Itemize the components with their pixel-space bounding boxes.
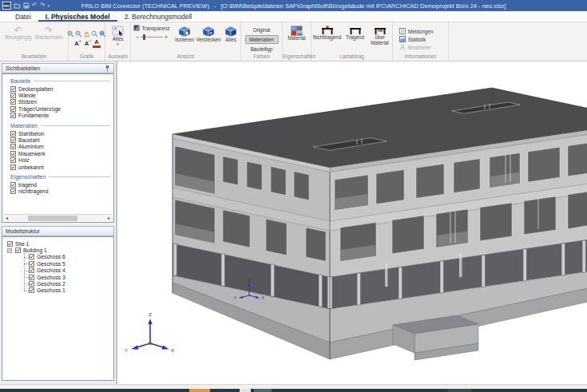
font-decrease-icon[interactable]: A− xyxy=(83,40,90,47)
checkbox-checked-icon[interactable] xyxy=(10,157,16,163)
taskbar-app-segment[interactable] xyxy=(254,389,272,392)
tree-item-floor[interactable]: Geschoss 3 xyxy=(2,274,113,280)
scrollbar-track[interactable] xyxy=(10,216,105,221)
title-bar: FRC ↶ ↷ ▾ FRILO BIM Connector (TECHNICAL… xyxy=(0,0,587,11)
font-increase-icon[interactable]: A+ xyxy=(73,40,80,47)
checkbox-checked-icon[interactable] xyxy=(10,99,16,105)
color-bauteiltyp-button[interactable]: Bauteiltyp xyxy=(245,45,279,53)
tree-item-site[interactable]: Site 1 xyxy=(2,240,113,247)
tree-item-building[interactable]: Building 1 xyxy=(2,247,113,253)
redo-label: Wiederholen xyxy=(34,35,62,41)
checkbox-checked-icon[interactable] xyxy=(10,137,16,143)
slider-plus-icon[interactable]: + xyxy=(165,34,168,40)
tree-item-floor[interactable]: Geschoss 6 xyxy=(2,254,113,260)
checkbox-checked-icon[interactable] xyxy=(29,281,34,287)
meldungen-button[interactable]: Meldungen xyxy=(399,28,433,34)
checkbox-checked-icon[interactable] xyxy=(29,275,34,280)
tragend-button[interactable]: Tragend xyxy=(344,25,367,53)
zoom-in-icon[interactable] xyxy=(67,30,74,38)
section-materialien: Materialien xyxy=(10,123,110,129)
font-color-icon[interactable]: A xyxy=(93,39,100,48)
visibility-item[interactable]: Holz xyxy=(2,157,113,164)
zoom-window-icon[interactable] xyxy=(91,30,98,38)
checkbox-checked-icon[interactable] xyxy=(10,164,16,170)
modellstruktur-title: Modellstruktur xyxy=(6,228,40,234)
checkbox-checked-icon[interactable] xyxy=(10,86,16,92)
tab-datei[interactable]: Datei xyxy=(8,11,38,22)
tree-item-floor[interactable]: Geschoss 5 xyxy=(2,260,113,267)
collapse-icon[interactable] xyxy=(7,248,12,253)
view-axes-indicator: Z X Y xyxy=(125,312,174,353)
show-all-button[interactable]: Alles xyxy=(221,25,240,53)
zoom-out-icon[interactable] xyxy=(75,30,82,38)
bearbeiter-button[interactable]: Bearbeiter xyxy=(399,44,431,50)
model-viewport[interactable]: Z X Y Z X Y xyxy=(117,61,587,384)
tree-connector xyxy=(24,291,29,291)
hide-button[interactable]: Verstecken xyxy=(196,25,220,53)
visibility-item[interactable]: tragend xyxy=(2,181,113,188)
group-label: Ansicht xyxy=(131,53,240,61)
visibility-item[interactable]: Mauerwerk xyxy=(2,150,113,156)
visibility-item[interactable]: Deckenplatten xyxy=(2,85,113,92)
checkbox-checked-icon[interactable] xyxy=(10,144,16,149)
isolate-button[interactable]: Isolieren xyxy=(173,25,196,53)
checkbox-checked-icon[interactable] xyxy=(10,182,16,188)
checkbox-checked-icon[interactable] xyxy=(29,254,34,259)
tree-item-floor[interactable]: Geschoss 1 xyxy=(2,287,113,294)
slider-minus-icon[interactable]: − xyxy=(136,34,139,40)
checkbox-checked-icon[interactable] xyxy=(10,113,16,118)
pan-hand-icon[interactable] xyxy=(83,30,90,38)
nichttragend-button[interactable]: Nichttragend xyxy=(312,25,343,53)
interior-column xyxy=(459,253,462,277)
ueber-material-label: über Material xyxy=(370,35,391,46)
checkbox-checked-icon[interactable] xyxy=(10,93,16,98)
tab-berechnungsmodell[interactable]: 2. Berechnungsmodell xyxy=(117,11,200,22)
tab-physisches-model[interactable]: I. Physisches Model xyxy=(38,11,117,22)
checkbox-checked-icon[interactable] xyxy=(10,106,16,112)
color-original-button[interactable]: Original xyxy=(245,26,279,34)
tree-item-floor[interactable]: Geschoss 4 xyxy=(2,267,113,274)
checkbox-checked-icon[interactable] xyxy=(10,188,16,194)
visibility-item[interactable]: Aluminium xyxy=(2,144,113,150)
building-model[interactable] xyxy=(173,88,587,360)
checkbox-checked-icon[interactable] xyxy=(29,267,34,273)
checkbox-checked-icon[interactable] xyxy=(7,241,13,247)
visibility-item[interactable]: Fundamente xyxy=(2,113,113,119)
axis-z-label: Z xyxy=(248,279,251,283)
scrollbar-thumb[interactable] xyxy=(28,216,77,221)
interior-column xyxy=(385,263,388,287)
taskbar-app-segment[interactable] xyxy=(447,389,471,392)
checkbox-checked-icon[interactable] xyxy=(29,287,34,293)
visibility-item[interactable]: Stützen xyxy=(2,99,113,105)
visibility-item[interactable]: nichttragend xyxy=(2,188,113,195)
material-button[interactable]: Material xyxy=(286,25,307,53)
undo-button[interactable]: ↶ Rückgängig xyxy=(3,25,33,53)
visibility-item[interactable]: Träger/Unterzüge xyxy=(2,105,113,112)
visibility-item[interactable]: Wände xyxy=(2,92,113,98)
redo-button[interactable]: ↷ Wiederholen xyxy=(33,25,64,53)
visibility-item[interactable]: Stahlbeton xyxy=(2,130,113,137)
horizontal-scrollbar[interactable]: ◄ ► xyxy=(3,214,113,221)
visibility-item[interactable]: unbekannt xyxy=(2,164,113,170)
visibility-item[interactable]: Baustahl xyxy=(2,137,113,143)
color-materialien-button[interactable]: Materialien xyxy=(245,35,279,44)
transparency-slider[interactable]: − + xyxy=(136,34,168,40)
checkbox-checked-icon[interactable] xyxy=(10,131,16,137)
building-3d-view[interactable]: Z X Y Z X Y xyxy=(117,61,587,384)
checkbox-checked-icon[interactable] xyxy=(10,151,16,156)
taskbar-app-segment[interactable] xyxy=(189,389,210,392)
checkbox-checked-icon[interactable] xyxy=(15,247,21,253)
ribbon: ↶ Rückgängig ↷ Wiederholen Bearbeiten A+… xyxy=(0,22,587,61)
taskbar-app-segment[interactable] xyxy=(240,389,251,392)
statistik-button[interactable]: Statistik xyxy=(399,36,426,42)
pin-icon[interactable] xyxy=(105,65,110,72)
bearbeiter-label: Bearbeiter xyxy=(408,45,431,50)
scroll-left-icon[interactable]: ◄ xyxy=(3,216,10,220)
slider-track[interactable] xyxy=(141,37,163,38)
checkbox-checked-icon[interactable] xyxy=(29,261,34,267)
slider-thumb[interactable] xyxy=(143,34,145,40)
ueber-material-button[interactable]: über Material xyxy=(368,25,392,53)
scroll-right-icon[interactable]: ► xyxy=(105,216,113,220)
select-all-button[interactable]: Alles ▾ xyxy=(110,25,126,53)
tree-item-floor[interactable]: Geschoss 2 xyxy=(2,280,113,287)
